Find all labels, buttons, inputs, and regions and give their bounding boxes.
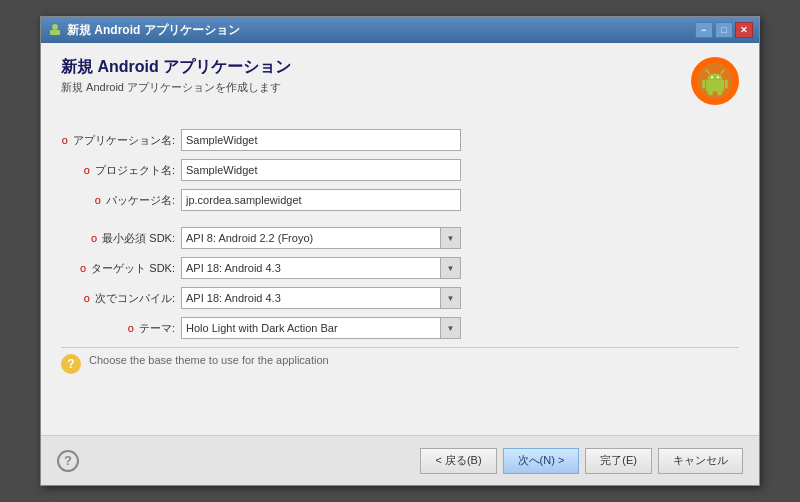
hint-text: Choose the base theme to use for the app… [89, 354, 329, 366]
compile-required: o [84, 292, 90, 304]
app-name-required: o [62, 134, 68, 146]
title-bar-controls: − □ ✕ [695, 22, 753, 38]
min-sdk-required: o [91, 232, 97, 244]
min-sdk-value: API 8: Android 2.2 (Froyo) [182, 230, 440, 246]
svg-rect-11 [717, 91, 722, 96]
title-bar-icon [47, 22, 63, 38]
finish-button[interactable]: 完了(E) [585, 448, 652, 474]
theme-arrow[interactable]: ▼ [440, 318, 460, 338]
theme-value: Holo Light with Dark Action Bar [182, 320, 440, 336]
package-name-row: o パッケージ名: [61, 189, 739, 211]
package-name-input[interactable] [181, 189, 461, 211]
project-name-input[interactable] [181, 159, 461, 181]
svg-rect-1 [50, 30, 60, 35]
android-logo [691, 57, 739, 105]
theme-required: o [128, 322, 134, 334]
page-header: 新規 Android アプリケーション 新規 Android アプリケーションを… [61, 57, 739, 105]
compile-select[interactable]: API 18: Android 4.3 ▼ [181, 287, 461, 309]
next-button[interactable]: 次へ(N) > [503, 448, 580, 474]
minimize-button[interactable]: − [695, 22, 713, 38]
project-name-label: o プロジェクト名: [61, 163, 181, 178]
back-button[interactable]: < 戻る(B) [420, 448, 496, 474]
footer-left: ? [57, 450, 79, 472]
title-bar-title: 新規 Android アプリケーション [67, 22, 695, 39]
target-sdk-select[interactable]: API 18: Android 4.3 ▼ [181, 257, 461, 279]
theme-row: o テーマ: Holo Light with Dark Action Bar ▼ [61, 317, 739, 339]
min-sdk-select[interactable]: API 8: Android 2.2 (Froyo) ▼ [181, 227, 461, 249]
maximize-button[interactable]: □ [715, 22, 733, 38]
svg-rect-10 [708, 91, 713, 96]
svg-rect-9 [725, 80, 728, 89]
app-name-label: o アプリケーション名: [61, 133, 181, 148]
footer: ? < 戻る(B) 次へ(N) > 完了(E) キャンセル [41, 435, 759, 485]
min-sdk-arrow[interactable]: ▼ [440, 228, 460, 248]
project-name-row: o プロジェクト名: [61, 159, 739, 181]
min-sdk-row: o 最小必須 SDK: API 8: Android 2.2 (Froyo) ▼ [61, 227, 739, 249]
page-title: 新規 Android アプリケーション [61, 57, 691, 78]
target-sdk-arrow[interactable]: ▼ [440, 258, 460, 278]
cancel-button[interactable]: キャンセル [658, 448, 743, 474]
svg-point-5 [711, 76, 713, 78]
footer-buttons: < 戻る(B) 次へ(N) > 完了(E) キャンセル [420, 448, 743, 474]
compile-value: API 18: Android 4.3 [182, 290, 440, 306]
target-sdk-value: API 18: Android 4.3 [182, 260, 440, 276]
package-name-label: o パッケージ名: [61, 193, 181, 208]
target-sdk-row: o ターゲット SDK: API 18: Android 4.3 ▼ [61, 257, 739, 279]
svg-point-0 [52, 24, 58, 30]
compile-arrow[interactable]: ▼ [440, 288, 460, 308]
app-name-row: o アプリケーション名: [61, 129, 739, 151]
project-name-required: o [84, 164, 90, 176]
page-header-text: 新規 Android アプリケーション 新規 Android アプリケーションを… [61, 57, 691, 95]
main-window: 新規 Android アプリケーション − □ ✕ 新規 Android アプリ… [40, 16, 760, 486]
theme-select[interactable]: Holo Light with Dark Action Bar ▼ [181, 317, 461, 339]
svg-rect-7 [706, 80, 724, 92]
title-bar: 新規 Android アプリケーション − □ ✕ [41, 17, 759, 43]
hint-icon: ? [61, 354, 81, 374]
app-name-input[interactable] [181, 129, 461, 151]
compile-row: o 次でコンパイル: API 18: Android 4.3 ▼ [61, 287, 739, 309]
svg-rect-8 [702, 80, 705, 89]
form-area: o アプリケーション名: o プロジェクト名: o パッケージ名: [61, 121, 739, 421]
package-name-required: o [95, 194, 101, 206]
target-sdk-label: o ターゲット SDK: [61, 261, 181, 276]
page-subtitle: 新規 Android アプリケーションを作成します [61, 80, 691, 95]
svg-point-6 [717, 76, 719, 78]
compile-label: o 次でコンパイル: [61, 291, 181, 306]
theme-label: o テーマ: [61, 321, 181, 336]
help-button[interactable]: ? [57, 450, 79, 472]
target-sdk-required: o [80, 262, 86, 274]
close-button[interactable]: ✕ [735, 22, 753, 38]
min-sdk-label: o 最小必須 SDK: [61, 231, 181, 246]
main-content: 新規 Android アプリケーション 新規 Android アプリケーションを… [41, 43, 759, 435]
hint-area: ? Choose the base theme to use for the a… [61, 347, 739, 380]
